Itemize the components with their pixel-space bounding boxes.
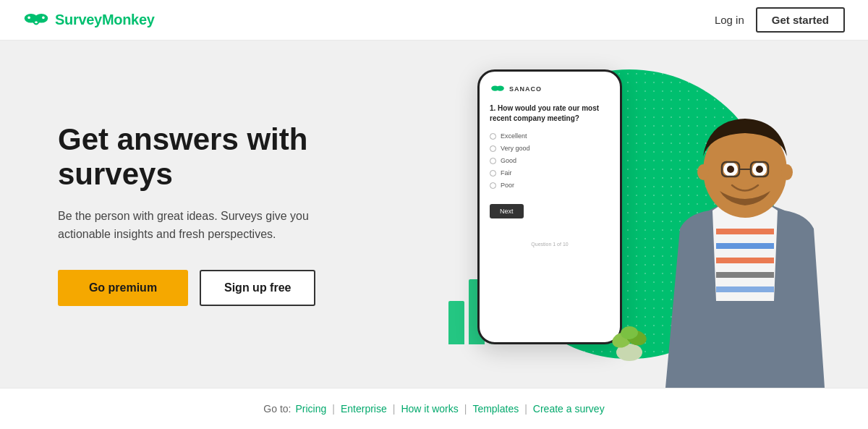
logo-text: SurveyMonkey bbox=[55, 12, 155, 28]
footer-sep-1: | bbox=[332, 403, 335, 415]
phone-options: ExcellentVery goodGoodFairPoor bbox=[490, 132, 610, 189]
footer-link-create-survey[interactable]: Create a survey bbox=[533, 403, 605, 415]
svg-point-3 bbox=[42, 16, 45, 19]
svg-point-5 bbox=[496, 86, 504, 91]
option-label: Good bbox=[501, 157, 516, 164]
header: SurveyMonkey Log in Get started bbox=[0, 0, 868, 41]
phone-option-2: Very good bbox=[490, 145, 610, 152]
svg-rect-13 bbox=[716, 272, 774, 278]
option-label: Very good bbox=[501, 145, 530, 152]
brand-logo-icon bbox=[490, 83, 506, 95]
sign-up-free-button[interactable]: Sign up free bbox=[200, 270, 315, 306]
phone-option-1: Excellent bbox=[490, 132, 610, 140]
radio-circle[interactable] bbox=[490, 182, 496, 189]
svg-point-24 bbox=[697, 164, 709, 180]
footer-link-enterprise[interactable]: Enterprise bbox=[341, 403, 387, 415]
bar-1 bbox=[448, 301, 464, 344]
option-label: Poor bbox=[501, 182, 514, 189]
go-premium-button[interactable]: Go premium bbox=[58, 270, 188, 306]
phone-option-4: Fair bbox=[490, 169, 610, 177]
plant-decoration bbox=[608, 313, 651, 366]
login-button[interactable]: Log in bbox=[715, 14, 744, 26]
radio-circle[interactable] bbox=[490, 170, 496, 177]
progress-dot-2 bbox=[547, 230, 553, 236]
svg-point-23 bbox=[756, 166, 763, 173]
footer-sep-4: | bbox=[524, 403, 527, 415]
svg-point-22 bbox=[727, 166, 734, 173]
phone-counter: Question 1 of 10 bbox=[490, 242, 610, 247]
progress-dot-1 bbox=[537, 230, 543, 236]
surveymonkey-logo-icon bbox=[23, 10, 49, 30]
hero-visual: SANACO 1. How would you rate our most re… bbox=[420, 41, 868, 388]
hero-subtitle: Be the person with great ideas. Surveys … bbox=[58, 207, 362, 244]
footer-link-templates[interactable]: Templates bbox=[472, 403, 519, 415]
svg-rect-14 bbox=[716, 286, 774, 292]
option-label: Excellent bbox=[501, 132, 527, 140]
hero-buttons: Go premium Sign up free bbox=[58, 270, 405, 306]
option-label: Fair bbox=[501, 169, 512, 177]
svg-rect-10 bbox=[716, 229, 774, 234]
logo-area: SurveyMonkey bbox=[23, 10, 155, 30]
phone-mockup: SANACO 1. How would you rate our most re… bbox=[477, 69, 622, 344]
svg-point-25 bbox=[781, 164, 793, 180]
progress-dot-3 bbox=[556, 230, 562, 236]
radio-circle[interactable] bbox=[490, 145, 496, 152]
phone-option-5: Poor bbox=[490, 182, 610, 189]
footer-link-pricing[interactable]: Pricing bbox=[295, 403, 326, 415]
person-image bbox=[651, 84, 854, 388]
footer-sep-2: | bbox=[393, 403, 396, 415]
hero-content: Get answers with surveys Be the person w… bbox=[0, 122, 405, 306]
phone-next-btn[interactable]: Next bbox=[490, 204, 524, 218]
radio-circle[interactable] bbox=[490, 133, 496, 140]
phone-progress bbox=[490, 230, 610, 236]
get-started-button[interactable]: Get started bbox=[756, 7, 845, 33]
phone-brand: SANACO bbox=[490, 83, 610, 95]
hero-section: Get answers with surveys Be the person w… bbox=[0, 41, 868, 388]
svg-rect-12 bbox=[716, 258, 774, 263]
brand-name: SANACO bbox=[509, 85, 542, 93]
phone-option-3: Good bbox=[490, 157, 610, 164]
svg-point-1 bbox=[35, 14, 48, 23]
goto-label: Go to: bbox=[263, 403, 291, 415]
svg-point-2 bbox=[27, 16, 30, 19]
radio-circle[interactable] bbox=[490, 158, 496, 164]
header-actions: Log in Get started bbox=[715, 7, 845, 33]
footer-sep-3: | bbox=[464, 403, 467, 415]
phone-question: 1. How would you rate our most recent co… bbox=[490, 103, 610, 124]
hero-title: Get answers with surveys bbox=[58, 122, 405, 192]
footer-link-how-it-works[interactable]: How it works bbox=[401, 403, 458, 415]
svg-rect-11 bbox=[716, 243, 774, 249]
footer-links-section: Go to: Pricing | Enterprise | How it wor… bbox=[0, 388, 868, 429]
